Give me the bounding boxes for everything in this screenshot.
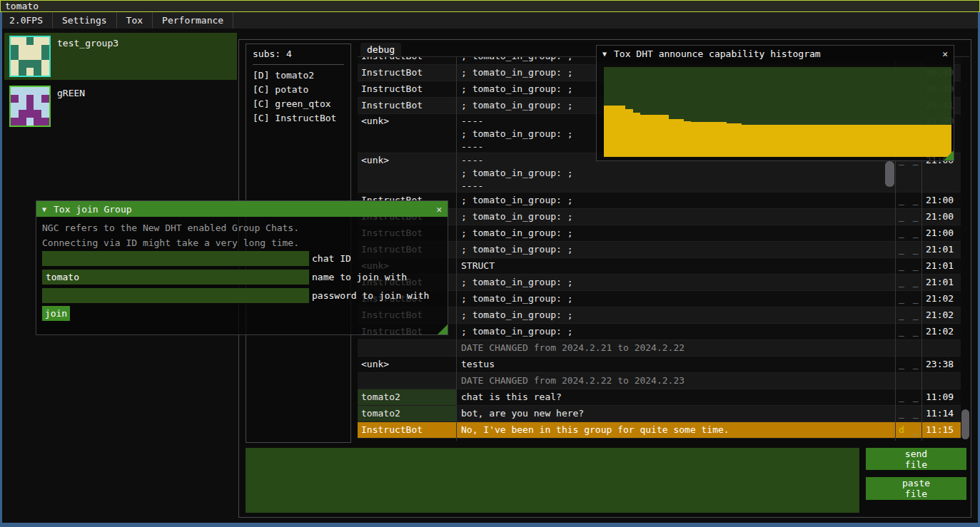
collapse-arrow-icon[interactable]: ▼ — [602, 50, 607, 58]
menu-item[interactable]: Tox — [117, 12, 153, 29]
row-flag-1: _ — [899, 195, 906, 205]
dht-histogram-titlebar[interactable]: ▼ Tox DHT announce capability histogram … — [597, 46, 954, 61]
row-flag-2: _ — [913, 195, 920, 205]
join-name-label: name to join with — [312, 270, 407, 285]
collapse-arrow-icon[interactable]: ▼ — [42, 205, 46, 213]
row-flags: _ _ — [895, 193, 921, 208]
resize-grip[interactable] — [438, 324, 448, 334]
os-titlebar[interactable]: tomato — [0, 0, 980, 12]
message-input[interactable] — [246, 448, 859, 513]
menu-item-label: Settings — [62, 15, 107, 26]
row-sender — [358, 373, 456, 389]
group-name: test_group3 — [57, 38, 118, 48]
row-message: ; tomato_in_group: ; — [456, 307, 895, 323]
row-message: ; tomato_in_group: ; — [456, 225, 895, 241]
menu-item[interactable]: Settings — [53, 12, 117, 29]
row-message: ; tomato_in_group: ; — [456, 242, 895, 257]
table-row[interactable]: tomato2 chat is this real? _ _ 11:09 — [358, 389, 961, 406]
join-name-input[interactable] — [42, 270, 309, 285]
row-message: bot, are you new here? — [456, 406, 895, 421]
row-message: chat is this real? — [456, 389, 895, 405]
row-flags: d _ — [895, 422, 921, 438]
dht-histogram-window: ▼ Tox DHT announce capability histogram … — [596, 45, 954, 161]
chat-log-scrollbar[interactable] — [885, 161, 894, 187]
table-row[interactable]: DATE CHANGED from 2024.2.22 to 2024.2.23 — [358, 373, 961, 389]
menu-bar: 2.0FPS Settings Tox Performance — [0, 12, 980, 29]
group-list-item[interactable]: gREEN — [4, 83, 237, 130]
join-group-titlebar[interactable]: ▼ Tox join Group ✕ — [36, 201, 448, 217]
chat-window-scrollbar[interactable] — [961, 409, 969, 439]
row-message: testus — [456, 357, 895, 372]
table-row[interactable]: InstructBot No, I've been in this group … — [358, 422, 961, 439]
row-flag-1: _ — [899, 326, 906, 337]
row-timestamp: 21:02 — [921, 324, 961, 339]
row-flags: _ _ — [895, 275, 921, 290]
send-file-button[interactable]: send file — [866, 448, 966, 470]
row-message: STRUCT — [456, 258, 895, 274]
row-flag-1: _ — [899, 309, 906, 320]
row-flags: _ _ — [895, 389, 921, 405]
row-flag-2: _ — [913, 309, 920, 320]
resize-grip[interactable] — [944, 150, 954, 160]
member-item-label: [D] tomato2 — [253, 70, 314, 81]
join-group-title: Tox join Group — [54, 204, 132, 215]
row-flag-1: _ — [899, 277, 906, 287]
tab-debug[interactable]: debug — [360, 43, 401, 56]
group-list-item[interactable]: test_group3 — [4, 33, 237, 80]
row-flag-1: d — [899, 424, 906, 435]
table-row[interactable]: tomato2 bot, are you new here? _ _ 11:14 — [358, 406, 961, 422]
chat-id-input[interactable] — [42, 251, 309, 266]
row-flag-1: _ — [899, 392, 906, 402]
row-flag-2: _ — [913, 244, 920, 255]
join-button[interactable]: join — [42, 306, 70, 321]
close-icon[interactable]: ✕ — [436, 204, 442, 215]
group-avatar — [9, 36, 51, 77]
row-flag-2: _ — [913, 277, 920, 287]
row-flag-1: _ — [899, 227, 906, 238]
tab-label: debug — [367, 44, 395, 55]
row-flags: _ _ — [895, 291, 921, 307]
menu-item[interactable]: Performance — [153, 12, 233, 29]
row-timestamp: 21:01 — [921, 275, 961, 290]
close-icon[interactable]: ✕ — [942, 48, 948, 59]
row-message: ; tomato_in_group: ; — [456, 193, 895, 208]
row-message: DATE CHANGED from 2024.2.21 to 2024.2.22 — [456, 340, 895, 356]
row-flag-2: _ — [913, 211, 920, 222]
row-flags: _ _ — [895, 225, 921, 241]
menu-item-label: Performance — [162, 15, 223, 26]
row-timestamp: 21:00 — [921, 225, 961, 241]
row-timestamp: 11:14 — [921, 406, 961, 421]
paste-file-button[interactable]: paste file — [866, 477, 966, 500]
table-row[interactable]: DATE CHANGED from 2024.2.21 to 2024.2.22 — [358, 340, 961, 357]
join-password-label: password to join with — [312, 288, 429, 303]
members-separator — [253, 64, 344, 65]
row-timestamp: 21:02 — [921, 307, 961, 323]
member-item[interactable]: [C] green_qtox — [253, 97, 350, 111]
member-item-label: [C] green_qtox — [253, 98, 331, 109]
row-sender: InstructBot — [358, 65, 456, 81]
join-password-input[interactable] — [42, 288, 309, 303]
row-sender: <unk> — [358, 115, 456, 153]
dht-histogram-title: Tox DHT announce capability histogram — [614, 48, 821, 59]
row-timestamp: 21:01 — [921, 258, 961, 274]
member-item[interactable]: [C] potato — [253, 83, 350, 97]
group-avatar — [9, 86, 51, 127]
window-border-left — [0, 12, 2, 527]
window-title: tomato — [5, 1, 39, 11]
row-flag-1: _ — [899, 408, 906, 419]
group-list: test_group3 gREEN — [4, 33, 237, 133]
row-sender: <unk> — [358, 357, 456, 372]
row-timestamp: 21:02 — [921, 291, 961, 307]
menu-item[interactable]: 2.0FPS — [0, 12, 53, 29]
member-item[interactable]: [D] tomato2 — [253, 68, 350, 83]
row-flag-1: _ — [899, 211, 906, 222]
window-border-bottom — [0, 523, 980, 527]
row-flag-2: _ — [913, 326, 920, 337]
chat-id-label: chat ID — [312, 251, 351, 266]
row-message: DATE CHANGED from 2024.2.22 to 2024.2.23 — [456, 373, 895, 389]
member-item[interactable]: [C] InstructBot — [253, 111, 350, 126]
row-message: ; tomato_in_group: ; — [456, 324, 895, 339]
row-flags: _ _ — [895, 406, 921, 421]
table-row[interactable]: <unk> testus _ _ 23:38 — [358, 357, 961, 373]
row-sender: InstructBot — [358, 98, 456, 113]
